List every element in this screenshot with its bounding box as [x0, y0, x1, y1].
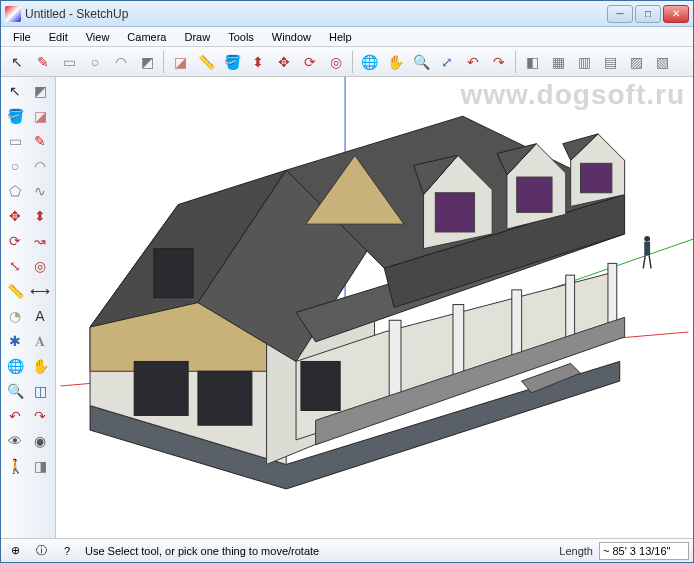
tool-row: 🌐✋ [3, 354, 53, 378]
top-button[interactable]: ▦ [546, 50, 570, 74]
rectangle-button[interactable]: ▭ [57, 50, 81, 74]
scale-button[interactable]: ⤡ [3, 254, 27, 278]
prev-button[interactable]: ↶ [461, 50, 485, 74]
select-button[interactable]: ↖ [5, 50, 29, 74]
next-icon: ↷ [32, 408, 48, 424]
circle-button[interactable]: ○ [83, 50, 107, 74]
maximize-button[interactable]: □ [635, 5, 661, 23]
lookaround-button[interactable]: ◉ [28, 429, 52, 453]
menu-window[interactable]: Window [264, 29, 319, 45]
protractor-button[interactable]: ◔ [3, 304, 27, 328]
tape-button[interactable]: 📏 [3, 279, 27, 303]
component-button[interactable]: ◩ [28, 79, 52, 103]
select-button[interactable]: ↖ [3, 79, 27, 103]
svg-rect-25 [134, 361, 188, 415]
pushpull-button[interactable]: ⬍ [246, 50, 270, 74]
offset-button[interactable]: ◎ [324, 50, 348, 74]
paint-button[interactable]: 🪣 [3, 104, 27, 128]
tool-row: ↶↷ [3, 404, 53, 428]
tape-button[interactable]: 📏 [194, 50, 218, 74]
credits-icon[interactable]: ⓘ [31, 541, 51, 561]
menu-help[interactable]: Help [321, 29, 360, 45]
close-button[interactable]: ✕ [663, 5, 689, 23]
zoomext-button[interactable]: ⤢ [435, 50, 459, 74]
pushpull-button[interactable]: ⬍ [28, 204, 52, 228]
rotate-icon: ⟳ [7, 233, 23, 249]
menu-edit[interactable]: Edit [41, 29, 76, 45]
position-button[interactable]: 👁 [3, 429, 27, 453]
arc-icon: ◠ [113, 54, 129, 70]
zoomwin-button[interactable]: ◫ [28, 379, 52, 403]
zoom-button[interactable]: 🔍 [3, 379, 27, 403]
move-button[interactable]: ✥ [272, 50, 296, 74]
offset-button[interactable]: ◎ [28, 254, 52, 278]
menu-tools[interactable]: Tools [220, 29, 262, 45]
axes-button[interactable]: ✱ [3, 329, 27, 353]
rectangle-button[interactable]: ▭ [3, 129, 27, 153]
next-icon: ↷ [491, 54, 507, 70]
move-button[interactable]: ✥ [3, 204, 27, 228]
circle-icon: ○ [7, 158, 23, 174]
menu-view[interactable]: View [78, 29, 118, 45]
back-button[interactable]: ▨ [624, 50, 648, 74]
menu-file[interactable]: File [5, 29, 39, 45]
svg-line-2 [643, 256, 645, 269]
svg-rect-24 [154, 249, 193, 298]
rotate-button[interactable]: ⟳ [3, 229, 27, 253]
section-icon: ◨ [32, 458, 48, 474]
freehand-button[interactable]: ∿ [28, 179, 52, 203]
section-button[interactable]: ◨ [28, 454, 52, 478]
orbit-button[interactable]: 🌐 [3, 354, 27, 378]
menu-camera[interactable]: Camera [119, 29, 174, 45]
prev-button[interactable]: ↶ [3, 404, 27, 428]
next-button[interactable]: ↷ [487, 50, 511, 74]
circle-button[interactable]: ○ [3, 154, 27, 178]
front-button[interactable]: ▥ [572, 50, 596, 74]
tape-icon: 📏 [198, 54, 214, 70]
arc-button[interactable]: ◠ [28, 154, 52, 178]
walk-button[interactable]: 🚶 [3, 454, 27, 478]
polygon-button[interactable]: ⬠ [3, 179, 27, 203]
next-button[interactable]: ↷ [28, 404, 52, 428]
followme-icon: ↝ [32, 233, 48, 249]
eraser-button[interactable]: ◪ [28, 104, 52, 128]
rotate-button[interactable]: ⟳ [298, 50, 322, 74]
viewport-3d[interactable]: www.dogsoft.ru [56, 77, 693, 538]
component-button[interactable]: ◩ [135, 50, 159, 74]
window-title: Untitled - SketchUp [25, 7, 607, 21]
line-button[interactable]: ✎ [28, 129, 52, 153]
length-label: Length [559, 545, 593, 557]
zoom-button[interactable]: 🔍 [409, 50, 433, 74]
svg-point-0 [644, 236, 650, 242]
arc-button[interactable]: ◠ [109, 50, 133, 74]
orbit-button[interactable]: 🌐 [357, 50, 381, 74]
right-icon: ▤ [602, 54, 618, 70]
line-button[interactable]: ✎ [31, 50, 55, 74]
move-icon: ✥ [276, 54, 292, 70]
pan-button[interactable]: ✋ [28, 354, 52, 378]
measurement-input[interactable] [599, 542, 689, 560]
freehand-icon: ∿ [32, 183, 48, 199]
3dtext-button[interactable]: 𝐀 [28, 329, 52, 353]
separator [515, 51, 516, 73]
followme-button[interactable]: ↝ [28, 229, 52, 253]
tool-row: ○◠ [3, 154, 53, 178]
minimize-button[interactable]: ─ [607, 5, 633, 23]
help-icon[interactable]: ? [57, 541, 77, 561]
menu-draw[interactable]: Draw [176, 29, 218, 45]
app-window: Untitled - SketchUp ─ □ ✕ FileEditViewCa… [0, 0, 694, 563]
tool-row: ◔A [3, 304, 53, 328]
text-button[interactable]: A [28, 304, 52, 328]
left-button[interactable]: ▧ [650, 50, 674, 74]
paint-button[interactable]: 🪣 [220, 50, 244, 74]
rotate-icon: ⟳ [302, 54, 318, 70]
geo-icon[interactable]: ⊕ [5, 541, 25, 561]
eraser-button[interactable]: ◪ [168, 50, 192, 74]
dimension-button[interactable]: ⟷ [28, 279, 52, 303]
iso-button[interactable]: ◧ [520, 50, 544, 74]
dimension-icon: ⟷ [32, 283, 48, 299]
pan-button[interactable]: ✋ [383, 50, 407, 74]
right-button[interactable]: ▤ [598, 50, 622, 74]
3dtext-icon: 𝐀 [32, 333, 48, 349]
tool-row: 🔍◫ [3, 379, 53, 403]
